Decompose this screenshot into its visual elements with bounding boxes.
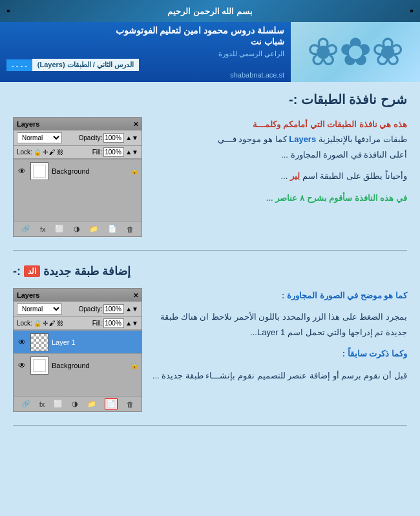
lock-icon-2[interactable]: 🔒: [34, 320, 41, 327]
lock-label-2: Lock:: [17, 320, 32, 327]
trash-icon-1[interactable]: 🗑: [127, 225, 134, 233]
layer-thumb-checker: [30, 333, 48, 351]
fill-arrows-1: ▲▼: [125, 149, 138, 156]
s2-p4-text: قبل أن نقوم برسم أو إضافة عنصر للتصميم ن…: [152, 371, 407, 380]
fill-input-2[interactable]: [103, 318, 124, 328]
fill-label-1: Fill:: [92, 149, 103, 156]
opacity-input-1[interactable]: [103, 133, 124, 143]
new-layer-icon-1[interactable]: 📄: [108, 225, 117, 233]
section1-text: هذه هي نافذة الطبقات التي أمامكم وكلمـــ…: [152, 117, 407, 212]
section2-para4: قبل أن نقوم برسم أو إضافة عنصر للتصميم ن…: [152, 368, 407, 383]
layers-empty-area-1: [14, 182, 142, 221]
text-normal-4: وأحياناً يطلق على الطبقة اسم: [300, 171, 407, 181]
brush-icon-2[interactable]: 🖌: [49, 320, 56, 327]
text-normal-1: طبقات مرادفها بالإنجليزية: [316, 134, 407, 144]
brand-decoration: ❀✿❀: [291, 22, 420, 82]
brand-bar: ❀✿❀ سلسلة دروس محمود امين لتعليم الفوتوش…: [0, 22, 420, 82]
layer-thumb-2: [30, 356, 48, 375]
section2-icon-box: الد: [24, 265, 40, 277]
fill-control-1: Fill: ▲▼: [92, 147, 138, 157]
mask-icon-2[interactable]: ⬜: [54, 400, 63, 408]
fill-input-1[interactable]: [103, 147, 124, 157]
mask-icon-1[interactable]: ⬜: [55, 225, 64, 233]
lesson-label: الدرس الثاني / الطبقات (Layers): [32, 59, 139, 71]
adjust-icon-1[interactable]: ◑: [74, 225, 80, 233]
section2-para2: بمجرد الضغط على هذا الزر والمحدد باللون …: [152, 309, 407, 340]
text-layers: Layers: [289, 134, 316, 144]
layer-thumb-1: [30, 162, 48, 180]
layer1-name: Layer 1: [52, 338, 138, 346]
opacity-label-1: Opacity:: [79, 134, 103, 141]
header-arabic-text: بسم الله الرحمن الرحيم: [10, 6, 410, 16]
layer-eye-3[interactable]: 👁: [17, 360, 27, 371]
s2-p1-label: كما هو موضح في الصورة المجاورة :: [282, 291, 407, 300]
s2-p2-text: بمجرد الضغط على هذا الزر والمحدد باللون …: [160, 312, 407, 336]
fx-icon-2[interactable]: fx: [39, 400, 45, 408]
brand-info: سلسلة دروس محمود امين لتعليم الفوتوشوب ش…: [0, 22, 291, 82]
text-normal-3: أعلى النافذة في الصورة المجاورة ...: [281, 150, 407, 160]
fx-icon-1[interactable]: fx: [40, 225, 46, 233]
new-layer-icon-2[interactable]: 📄: [105, 398, 118, 409]
layers-panel-2: Layers ✕ Normal Opacity: ▲▼ Lock: 🔒 ✛: [13, 288, 142, 412]
text-normal-2: كما هو موجود فـــي: [218, 134, 287, 144]
layer-name-1: Background: [52, 167, 127, 175]
opacity-control-2: Opacity: ▲▼: [79, 304, 138, 314]
section2-para3: وكما ذكرت سابقاً :: [152, 346, 407, 361]
layers-panel-1-title: Layers: [17, 120, 39, 128]
chain-icon-2[interactable]: ⛓: [57, 320, 63, 327]
layer-eye-2[interactable]: 👁: [17, 337, 27, 347]
layers-panel-2-controls: Normal Opacity: ▲▼: [14, 302, 142, 317]
folder-icon-2[interactable]: 📁: [87, 400, 96, 408]
layer-eye-1[interactable]: 👁: [17, 166, 27, 176]
fill-label-2: Fill:: [92, 320, 103, 327]
section1-para1: هذه هي نافذة الطبقات التي أمامكم وكلمـــ…: [152, 117, 407, 162]
background-layer-1[interactable]: 👁 Background 🔒: [14, 159, 142, 182]
opacity-input-2[interactable]: [103, 304, 124, 314]
layer-lock-1: 🔒: [131, 167, 138, 174]
divider-2: [13, 425, 407, 426]
section1-para3: في هذه النافذة سأقوم بشرح ٨ عناصر ...: [152, 191, 407, 205]
folder-icon-1[interactable]: 📁: [89, 225, 98, 233]
chain-icon-1[interactable]: ⛓: [57, 149, 63, 156]
layers-panel-1-close[interactable]: ✕: [133, 121, 138, 128]
layers-panel-1-header: Layers ✕: [14, 118, 142, 130]
link-icon-1[interactable]: 🔗: [21, 225, 30, 233]
text-highlight-1: هذه هي نافذة الطبقات التي أمامكم وكلمـــ…: [253, 119, 407, 129]
section1-content-row: هذه هي نافذة الطبقات التي أمامكم وكلمـــ…: [13, 117, 407, 237]
header: ▪ بسم الله الرحمن الرحيم ▪: [0, 0, 420, 22]
blend-mode-dropdown-1[interactable]: Normal: [17, 132, 62, 143]
opacity-control-1: Opacity: ▲▼: [79, 133, 138, 143]
lock-label-1: Lock:: [17, 149, 32, 156]
topic-label: - - - -: [6, 59, 32, 71]
move-icon-1[interactable]: ✛: [43, 149, 48, 156]
lock-icon-1[interactable]: 🔒: [34, 149, 41, 156]
trash-icon-2[interactable]: 🗑: [127, 400, 134, 408]
background-layer-2[interactable]: 👁 Background 🔒: [14, 353, 142, 377]
header-icon-right: ▪: [6, 5, 10, 17]
layers-bottom-bar-2: 🔗 fx ⬜ ◑ 📁 📄 🗑: [14, 396, 142, 411]
move-icon-2[interactable]: ✛: [43, 320, 48, 327]
section2-para1: كما هو موضح في الصورة المجاورة :: [152, 288, 407, 303]
section2-title-text: إضافة طبقة جديدة: [43, 264, 131, 278]
sponsor-text: الراعي الرسمي للدورة: [218, 50, 284, 57]
layer-lock-2: 🔒: [131, 362, 138, 369]
layer1-row[interactable]: 👁 Layer 1: [14, 330, 142, 353]
floral-decoration: ❀✿❀: [307, 33, 404, 72]
fill-arrows-2: ▲▼: [125, 320, 138, 327]
lock-icons-2: Lock: 🔒 ✛ 🖌 ⛓: [17, 320, 63, 327]
opacity-label-2: Opacity:: [79, 305, 103, 313]
brush-icon-1[interactable]: 🖌: [49, 149, 56, 156]
layers-panel-2-close[interactable]: ✕: [133, 292, 138, 299]
adjust-icon-2[interactable]: ◑: [72, 400, 78, 408]
main-content: شرح نافذة الطبقات :- هذه هي نافذة الطبقا…: [0, 82, 420, 516]
layers-panel-2-title: Layers: [17, 291, 39, 299]
layers-panel-2-header: Layers ✕: [14, 289, 142, 302]
section2-colon: :-: [13, 265, 21, 278]
lock-row-2: Lock: 🔒 ✛ 🖌 ⛓ Fill: ▲▼: [14, 317, 142, 330]
section1-title: شرح نافذة الطبقات :-: [13, 92, 407, 107]
text-para3: في هذه النافذة سأقوم بشرح ٨ عناصر ...: [266, 193, 407, 203]
text-lair: لير: [290, 171, 300, 181]
link-icon-2[interactable]: 🔗: [21, 400, 30, 408]
fill-control-2: Fill: ▲▼: [92, 318, 138, 328]
blend-mode-dropdown-2[interactable]: Normal: [17, 304, 62, 315]
